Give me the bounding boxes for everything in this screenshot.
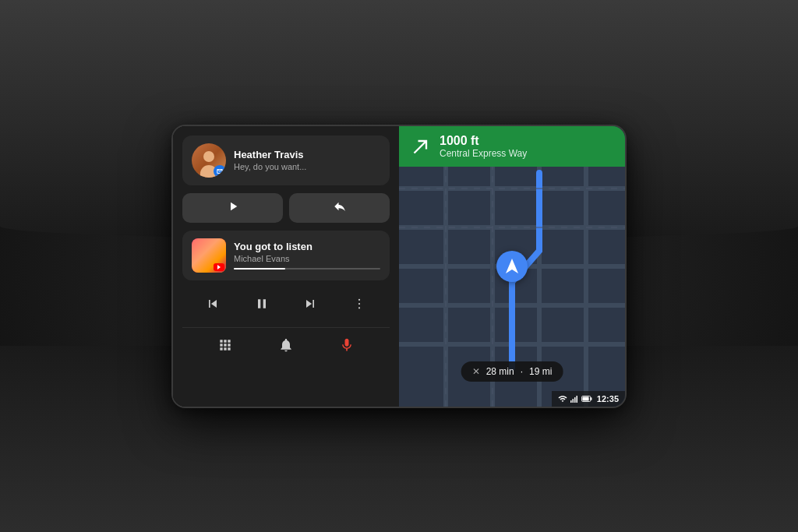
bottom-nav xyxy=(182,327,390,362)
location-pin xyxy=(496,251,528,282)
wifi-icon xyxy=(558,394,567,403)
artist-name: Michael Evans xyxy=(234,254,380,263)
next-track-button[interactable] xyxy=(298,291,323,316)
music-progress-bar xyxy=(234,268,380,270)
microphone-button[interactable] xyxy=(334,333,359,358)
message-card[interactable]: Heather Travis Hey, do you want... xyxy=(182,136,390,185)
signal-icon xyxy=(570,394,579,403)
svg-rect-18 xyxy=(572,399,574,403)
sender-name: Heather Travis xyxy=(234,149,380,160)
svg-point-2 xyxy=(358,307,360,308)
nav-distance: 1000 ft xyxy=(440,134,527,148)
album-art xyxy=(192,238,226,273)
status-time: 12:35 xyxy=(597,394,619,403)
nav-arrow-marker xyxy=(496,251,528,282)
eta-duration: 28 min xyxy=(486,366,514,377)
music-card[interactable]: You got to listen Michael Evans xyxy=(182,231,390,280)
nav-info: 1000 ft Central Express Way xyxy=(440,134,527,159)
avatar-head xyxy=(203,151,214,162)
message-badge-icon xyxy=(214,165,226,178)
avatar xyxy=(192,143,226,178)
nav-street: Central Express Way xyxy=(440,148,527,159)
status-icons xyxy=(558,394,592,403)
car-dashboard: Heather Travis Hey, do you want... xyxy=(0,0,798,532)
right-panel: 1000 ft Central Express Way ✕ 28 min xyxy=(399,126,625,407)
svg-rect-20 xyxy=(576,396,577,403)
more-options-button[interactable] xyxy=(347,291,372,316)
eta-close-icon[interactable]: ✕ xyxy=(472,366,480,377)
play-button[interactable] xyxy=(182,193,283,223)
music-controls xyxy=(182,288,390,319)
svg-point-1 xyxy=(358,302,360,304)
play-icon xyxy=(226,199,240,217)
battery-icon xyxy=(581,395,592,403)
youtube-badge-icon xyxy=(214,263,224,271)
svg-rect-19 xyxy=(574,397,576,403)
pause-button[interactable] xyxy=(249,291,274,316)
music-progress-fill xyxy=(234,268,285,270)
left-panel: Heather Travis Hey, do you want... xyxy=(173,126,399,407)
reply-icon xyxy=(333,199,347,217)
screen-container: Heather Travis Hey, do you want... xyxy=(173,126,625,407)
eta-bar[interactable]: ✕ 28 min · 19 mi xyxy=(461,361,563,382)
message-preview: Hey, do you want... xyxy=(234,162,380,171)
android-auto-screen: Heather Travis Hey, do you want... xyxy=(173,126,625,407)
eta-distance: 19 mi xyxy=(529,366,552,377)
song-title: You got to listen xyxy=(234,241,380,252)
nav-header: 1000 ft Central Express Way xyxy=(399,126,625,167)
svg-rect-17 xyxy=(570,400,572,403)
apps-button[interactable] xyxy=(213,333,238,358)
svg-rect-23 xyxy=(582,396,588,400)
eta-separator: · xyxy=(521,366,523,377)
prev-track-button[interactable] xyxy=(200,291,225,316)
status-bar: 12:35 xyxy=(552,391,625,407)
svg-point-0 xyxy=(358,298,360,300)
turn-arrow-icon xyxy=(410,136,432,157)
action-buttons xyxy=(182,193,390,223)
music-info: You got to listen Michael Evans xyxy=(234,241,380,270)
svg-rect-22 xyxy=(591,397,592,400)
yt-play-icon xyxy=(217,265,221,270)
notifications-button[interactable] xyxy=(274,333,298,358)
reply-button[interactable] xyxy=(289,193,390,223)
message-text-block: Heather Travis Hey, do you want... xyxy=(234,149,380,171)
